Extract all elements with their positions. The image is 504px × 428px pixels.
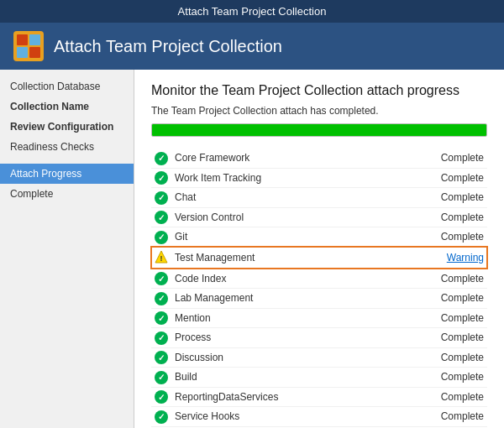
sidebar-item-readiness-checks[interactable]: Readiness Checks	[0, 137, 134, 157]
check-icon: ✓	[155, 390, 168, 404]
table-row: ✓Version ControlComplete	[151, 207, 487, 227]
item-name: Lab Management	[171, 289, 403, 309]
item-name: Mention	[171, 308, 403, 328]
item-status: Complete	[403, 308, 487, 328]
check-icon: ✓	[155, 272, 168, 285]
item-name: Test Management	[171, 247, 403, 269]
content-area: Monitor the Team Project Collection atta…	[134, 70, 504, 428]
table-row: ✓BuildComplete	[151, 368, 487, 388]
svg-rect-4	[29, 47, 40, 58]
check-icon: ✓	[155, 171, 168, 185]
item-status: Complete	[403, 368, 487, 388]
progress-bar-fill	[152, 124, 486, 136]
check-icon: ✓	[155, 410, 168, 424]
check-icon: ✓	[155, 331, 168, 345]
check-icon: ✓	[155, 191, 168, 205]
item-name: Code Index	[171, 269, 403, 289]
check-icon: ✓	[155, 152, 168, 165]
table-row: ✓Code IndexComplete	[151, 269, 487, 289]
item-name: Service Hooks	[171, 407, 403, 427]
item-status: Complete	[403, 207, 487, 227]
table-row: ✓ChatComplete	[151, 188, 487, 208]
item-name: Build	[171, 368, 403, 388]
check-icon: ✓	[155, 231, 168, 244]
item-status: Complete	[403, 407, 487, 427]
item-name: ReportingDataServices	[171, 387, 403, 407]
content-title: Monitor the Team Project Collection atta…	[151, 83, 487, 98]
svg-text:!: !	[160, 254, 163, 263]
header-title: Attach Team Project Collection	[54, 37, 282, 56]
item-name: Work Item Tracking	[171, 168, 403, 188]
title-bar: Attach Team Project Collection	[0, 0, 504, 23]
header-icon	[13, 31, 44, 61]
sidebar-item-review-configuration[interactable]: Review Configuration	[0, 117, 134, 137]
item-name: Version Control	[171, 207, 403, 227]
table-row: ✓Core FrameworkComplete	[151, 149, 487, 168]
table-row: ✓ProcessComplete	[151, 328, 487, 348]
item-status: Complete	[403, 168, 487, 188]
sidebar-item-attach-progress[interactable]: Attach Progress	[0, 164, 134, 184]
sidebar-item-collection-name[interactable]: Collection Name	[0, 97, 134, 117]
item-status: Complete	[403, 269, 487, 289]
check-icon: ✓	[155, 311, 168, 325]
items-table: ✓Core FrameworkComplete✓Work Item Tracki…	[151, 149, 487, 427]
progress-bar-container	[151, 123, 487, 137]
item-name: Git	[171, 227, 403, 248]
header-bar: Attach Team Project Collection	[0, 23, 504, 70]
item-name: Core Framework	[171, 149, 403, 168]
item-status: Complete	[403, 328, 487, 348]
check-icon: ✓	[155, 211, 168, 224]
item-status: Complete	[403, 387, 487, 407]
sidebar-item-collection-database[interactable]: Collection Database	[0, 76, 134, 97]
table-row: ✓Lab ManagementComplete	[151, 289, 487, 309]
item-status: Complete	[403, 149, 487, 168]
table-row: ✓MentionComplete	[151, 308, 487, 328]
status-message: The Team Project Collection attach has c…	[151, 105, 487, 117]
check-icon: ✓	[155, 351, 168, 364]
item-name: Discussion	[171, 347, 403, 368]
item-status: Complete	[403, 289, 487, 309]
check-icon: ✓	[155, 292, 168, 305]
item-name: Chat	[171, 188, 403, 208]
table-row: ✓DiscussionComplete	[151, 347, 487, 368]
item-name: Process	[171, 328, 403, 348]
warning-icon: !	[155, 253, 168, 266]
table-row: ✓GitComplete	[151, 227, 487, 248]
check-icon: ✓	[155, 371, 168, 384]
table-row: ✓Service HooksComplete	[151, 407, 487, 427]
sidebar: Collection Database Collection Name Revi…	[0, 70, 134, 428]
svg-rect-1	[17, 34, 28, 45]
item-status: Complete	[403, 347, 487, 368]
table-row[interactable]: ! Test ManagementWarning	[151, 247, 487, 269]
table-row: ✓ReportingDataServicesComplete	[151, 387, 487, 407]
svg-rect-3	[17, 47, 28, 58]
svg-rect-2	[29, 34, 40, 45]
sidebar-item-complete[interactable]: Complete	[0, 184, 134, 204]
item-status: Complete	[403, 188, 487, 208]
item-status[interactable]: Warning	[403, 247, 487, 269]
item-status: Complete	[403, 227, 487, 248]
title-bar-label: Attach Team Project Collection	[178, 5, 327, 18]
table-row: ✓Work Item TrackingComplete	[151, 168, 487, 188]
